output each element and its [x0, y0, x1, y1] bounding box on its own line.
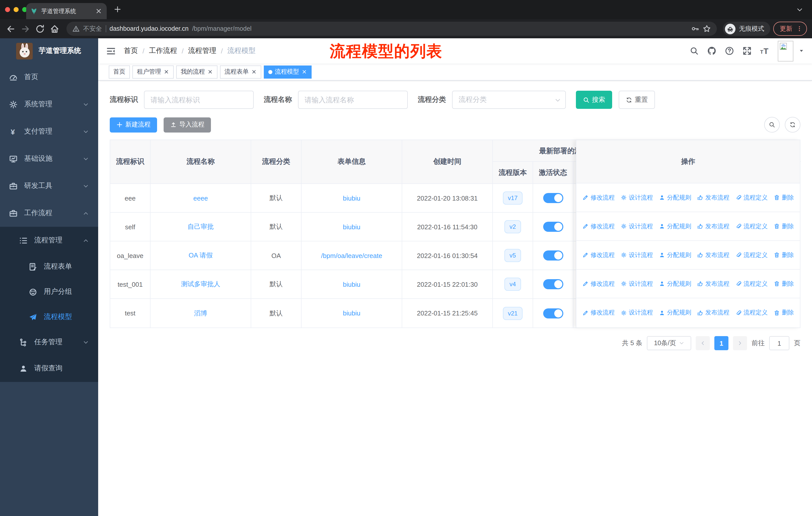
tag-close-icon[interactable]	[251, 69, 257, 75]
create-model-button[interactable]: 新建流程	[110, 117, 157, 132]
browser-update-button[interactable]: 更新	[773, 22, 807, 36]
minimize-window-button[interactable]	[13, 7, 19, 12]
action-分配规则[interactable]: 分配规则	[659, 222, 691, 230]
tag-首页[interactable]: 首页	[109, 65, 130, 78]
search-button[interactable]: 搜索	[576, 91, 612, 109]
action-删除[interactable]: 删除	[774, 279, 794, 288]
tag-我的流程[interactable]: 我的流程	[176, 65, 218, 78]
breadcrumb-item[interactable]: 工作流程	[149, 46, 177, 55]
sidebar-item-流程管理[interactable]: 流程管理	[0, 227, 98, 254]
action-发布流程[interactable]: 发布流程	[697, 308, 729, 317]
tab-close-icon[interactable]	[95, 7, 102, 15]
action-设计流程[interactable]: 设计流程	[621, 193, 653, 202]
tag-租户管理[interactable]: 租户管理	[133, 65, 174, 78]
action-发布流程[interactable]: 发布流程	[697, 251, 729, 259]
tag-流程表单[interactable]: 流程表单	[220, 65, 261, 78]
back-button[interactable]	[5, 23, 17, 34]
home-button[interactable]	[49, 23, 60, 34]
action-删除[interactable]: 删除	[774, 251, 794, 259]
active-toggle[interactable]	[543, 250, 563, 261]
action-发布流程[interactable]: 发布流程	[697, 193, 729, 202]
browser-tab[interactable]: 芋道管理系统	[26, 3, 107, 19]
next-page-button[interactable]	[733, 336, 747, 350]
sidebar-item-请假查询[interactable]: 请假查询	[0, 355, 98, 382]
password-key-icon[interactable]	[691, 25, 699, 33]
sidebar-item-任务管理[interactable]: 任务管理	[0, 330, 98, 355]
filter-key-input[interactable]	[144, 91, 254, 109]
form-info-link[interactable]: /bpm/oa/leave/create	[321, 252, 382, 259]
sidebar-item-流程表单[interactable]: 流程表单	[0, 254, 98, 279]
model-name-link[interactable]: 滔博	[194, 309, 207, 318]
prev-page-button[interactable]	[696, 336, 710, 350]
tab-search-icon[interactable]	[796, 6, 803, 13]
sidebar-item-用户分组[interactable]: 用户分组	[0, 279, 98, 304]
active-toggle[interactable]	[543, 279, 563, 289]
action-分配规则[interactable]: 分配规则	[659, 193, 691, 202]
version-badge[interactable]: v21	[503, 307, 523, 320]
action-流程定义[interactable]: 流程定义	[735, 193, 768, 202]
action-删除[interactable]: 删除	[774, 308, 794, 317]
close-window-button[interactable]	[5, 7, 10, 12]
action-流程定义[interactable]: 流程定义	[735, 251, 768, 259]
sidebar-item-支付管理[interactable]: ¥ 支付管理	[0, 118, 98, 145]
form-info-link[interactable]: biubiu	[343, 194, 360, 202]
breadcrumb-item[interactable]: 首页	[124, 46, 138, 55]
forward-button[interactable]	[20, 23, 31, 34]
action-流程定义[interactable]: 流程定义	[735, 279, 768, 288]
breadcrumb-item[interactable]: 流程管理	[188, 46, 216, 55]
reset-button[interactable]: 重置	[619, 91, 655, 109]
page-size-select[interactable]: 10条/页	[647, 336, 691, 350]
tag-流程模型[interactable]: 流程模型	[264, 65, 312, 78]
form-info-link[interactable]: biubiu	[343, 223, 360, 230]
action-流程定义[interactable]: 流程定义	[735, 222, 768, 230]
sidebar-collapse-icon[interactable]	[106, 46, 116, 56]
tag-close-icon[interactable]	[207, 69, 213, 75]
action-删除[interactable]: 删除	[774, 222, 794, 230]
sidebar-item-系统管理[interactable]: 系统管理	[0, 91, 98, 118]
sidebar-item-首页[interactable]: 首页	[0, 63, 98, 91]
header-search-icon[interactable]	[690, 46, 699, 55]
action-设计流程[interactable]: 设计流程	[621, 222, 653, 230]
model-name-link[interactable]: 自己审批	[187, 222, 214, 231]
version-badge[interactable]: v5	[504, 249, 521, 262]
action-发布流程[interactable]: 发布流程	[697, 222, 729, 230]
tag-close-icon[interactable]	[301, 69, 307, 75]
tag-close-icon[interactable]	[164, 69, 169, 75]
github-icon[interactable]	[707, 46, 716, 55]
action-分配规则[interactable]: 分配规则	[659, 279, 691, 288]
show-search-button[interactable]	[764, 117, 780, 133]
filter-name-input[interactable]	[298, 91, 408, 109]
action-分配规则[interactable]: 分配规则	[659, 308, 691, 317]
refresh-table-button[interactable]	[785, 117, 801, 133]
action-修改流程[interactable]: 修改流程	[582, 193, 615, 202]
model-name-link[interactable]: eeee	[193, 194, 208, 202]
action-分配规则[interactable]: 分配规则	[659, 251, 691, 259]
action-发布流程[interactable]: 发布流程	[697, 279, 729, 288]
address-bar[interactable]: 不安全 dashboard.yudao.iocoder.cn /bpm/mana…	[66, 22, 717, 36]
action-删除[interactable]: 删除	[774, 193, 794, 202]
not-secure-icon[interactable]	[72, 25, 80, 32]
action-设计流程[interactable]: 设计流程	[621, 308, 653, 317]
form-info-link[interactable]: biubiu	[343, 309, 360, 317]
page-number-current[interactable]: 1	[714, 336, 728, 350]
user-avatar[interactable]	[778, 40, 793, 61]
filter-category-select[interactable]: 流程分类	[452, 91, 566, 109]
help-icon[interactable]	[725, 46, 734, 55]
active-toggle[interactable]	[543, 308, 563, 318]
version-badge[interactable]: v17	[503, 191, 523, 205]
font-size-icon[interactable]: TT	[760, 46, 769, 55]
version-badge[interactable]: v2	[504, 220, 521, 233]
bookmark-star-icon[interactable]	[703, 25, 711, 33]
user-menu-caret-icon[interactable]	[799, 48, 804, 53]
action-流程定义[interactable]: 流程定义	[735, 308, 768, 317]
sidebar-item-研发工具[interactable]: 研发工具	[0, 172, 98, 199]
active-toggle[interactable]	[543, 193, 563, 203]
sidebar-item-工作流程[interactable]: 工作流程	[0, 199, 98, 227]
model-name-link[interactable]: 测试多审批人	[181, 280, 220, 289]
new-tab-button[interactable]	[114, 5, 121, 13]
action-修改流程[interactable]: 修改流程	[582, 308, 615, 317]
reload-button[interactable]	[34, 23, 46, 34]
fullscreen-icon[interactable]	[743, 46, 752, 55]
action-设计流程[interactable]: 设计流程	[621, 279, 653, 288]
action-设计流程[interactable]: 设计流程	[621, 251, 653, 259]
